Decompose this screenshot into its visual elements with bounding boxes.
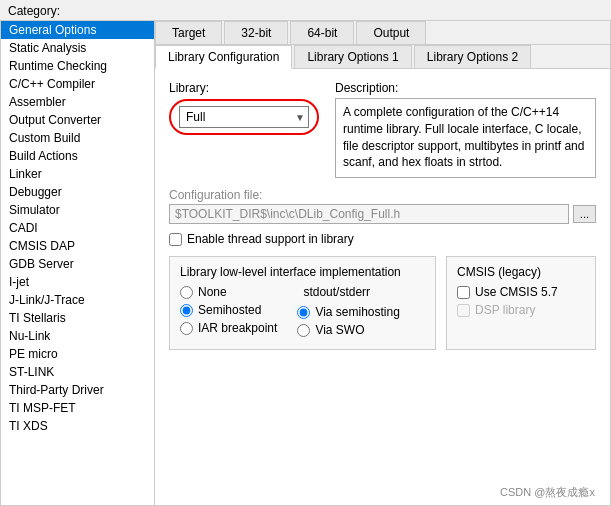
library-select[interactable]: Full None Normal Custom xyxy=(179,106,309,128)
tab-row-1: Target32-bit64-bitOutput xyxy=(155,21,610,45)
thread-support-checkbox[interactable] xyxy=(169,233,182,246)
sidebar-item-nu-link[interactable]: Nu-Link xyxy=(1,327,154,345)
radio-iar-row: IAR breakpoint xyxy=(180,321,277,335)
sidebar: General OptionsStatic AnalysisRuntime Ch… xyxy=(0,20,155,506)
impl-cmsis-row: Library low-level interface implementati… xyxy=(169,256,596,350)
library-label: Library: xyxy=(169,81,319,95)
radio-via-swo-row: Via SWO xyxy=(297,323,400,337)
description-box: A complete configuration of the C/C++14 … xyxy=(335,98,596,178)
watermark: CSDN @熬夜成瘾x xyxy=(492,483,603,502)
radio-iar[interactable] xyxy=(180,322,193,335)
sidebar-item-linker[interactable]: Linker xyxy=(1,165,154,183)
radio-via-semihosting-row: Via semihosting xyxy=(297,305,400,319)
radio-semihosted[interactable] xyxy=(180,304,193,317)
sidebar-item-simulator[interactable]: Simulator xyxy=(1,201,154,219)
tab-output[interactable]: Output xyxy=(356,21,426,44)
dsp-library-checkbox[interactable] xyxy=(457,304,470,317)
impl-right: stdout/stderr Via semihosting Via SWO xyxy=(297,285,400,341)
sidebar-item-output-converter[interactable]: Output Converter xyxy=(1,111,154,129)
radio-none-row: None xyxy=(180,285,277,299)
radio-via-swo-label: Via SWO xyxy=(315,323,364,337)
library-description-row: Library: Full None Normal Custom ▼ xyxy=(169,81,596,178)
radio-none[interactable] xyxy=(180,286,193,299)
library-col: Library: Full None Normal Custom ▼ xyxy=(169,81,319,178)
tab2-library-configuration[interactable]: Library Configuration xyxy=(155,45,292,69)
sidebar-item-cadi[interactable]: CADI xyxy=(1,219,154,237)
cmsis-title: CMSIS (legacy) xyxy=(457,265,585,279)
sidebar-item-c/c++-compiler[interactable]: C/C++ Compiler xyxy=(1,75,154,93)
sidebar-item-pe-micro[interactable]: PE micro xyxy=(1,345,154,363)
main-container: Category: General OptionsStatic Analysis… xyxy=(0,0,611,506)
stdout-label: stdout/stderr xyxy=(303,285,400,299)
use-cmsis-row: Use CMSIS 5.7 xyxy=(457,285,585,299)
dsp-library-label: DSP library xyxy=(475,303,535,317)
sidebar-item-ti-xds[interactable]: TI XDS xyxy=(1,417,154,435)
thread-support-label: Enable thread support in library xyxy=(187,232,354,246)
config-file-row: ... xyxy=(169,204,596,224)
impl-section: Library low-level interface implementati… xyxy=(169,256,436,350)
sidebar-item-ti-stellaris[interactable]: TI Stellaris xyxy=(1,309,154,327)
radio-via-swo[interactable] xyxy=(297,324,310,337)
config-file-section: Configuration file: ... xyxy=(169,188,596,224)
tab-32-bit[interactable]: 32-bit xyxy=(224,21,288,44)
browse-button[interactable]: ... xyxy=(573,205,596,223)
tab-row-2: Library ConfigurationLibrary Options 1Li… xyxy=(155,45,610,69)
radio-via-semihosting[interactable] xyxy=(297,306,310,319)
description-label: Description: xyxy=(335,81,596,95)
sidebar-item-static-analysis[interactable]: Static Analysis xyxy=(1,39,154,57)
content-area: General OptionsStatic AnalysisRuntime Ch… xyxy=(0,20,611,506)
tab2-library-options-1[interactable]: Library Options 1 xyxy=(294,45,411,68)
impl-columns: None Semihosted IAR breakpoint xyxy=(180,285,425,341)
tab-64-bit[interactable]: 64-bit xyxy=(290,21,354,44)
dsp-library-row: DSP library xyxy=(457,303,585,317)
category-label: Category: xyxy=(0,0,611,20)
radio-iar-label: IAR breakpoint xyxy=(198,321,277,335)
library-oval: Full None Normal Custom ▼ xyxy=(169,99,319,135)
radio-none-label: None xyxy=(198,285,227,299)
description-col: Description: A complete configuration of… xyxy=(335,81,596,178)
tab2-library-options-2[interactable]: Library Options 2 xyxy=(414,45,531,68)
sidebar-item-custom-build[interactable]: Custom Build xyxy=(1,129,154,147)
main-panel: Target32-bit64-bitOutput Library Configu… xyxy=(155,20,611,506)
config-file-label: Configuration file: xyxy=(169,188,596,202)
tab-target[interactable]: Target xyxy=(155,21,222,44)
impl-title: Library low-level interface implementati… xyxy=(180,265,425,279)
panel-content: Library: Full None Normal Custom ▼ xyxy=(155,69,610,505)
library-select-wrapper: Full None Normal Custom ▼ xyxy=(179,106,309,128)
sidebar-item-debugger[interactable]: Debugger xyxy=(1,183,154,201)
sidebar-item-i-jet[interactable]: I-jet xyxy=(1,273,154,291)
impl-left: None Semihosted IAR breakpoint xyxy=(180,285,277,341)
sidebar-item-cmsis-dap[interactable]: CMSIS DAP xyxy=(1,237,154,255)
thread-support-row: Enable thread support in library xyxy=(169,232,596,246)
config-file-input[interactable] xyxy=(169,204,569,224)
sidebar-item-assembler[interactable]: Assembler xyxy=(1,93,154,111)
sidebar-item-st-link[interactable]: ST-LINK xyxy=(1,363,154,381)
radio-semihosted-row: Semihosted xyxy=(180,303,277,317)
use-cmsis-checkbox[interactable] xyxy=(457,286,470,299)
sidebar-item-ti-msp-fet[interactable]: TI MSP-FET xyxy=(1,399,154,417)
radio-semihosted-label: Semihosted xyxy=(198,303,261,317)
use-cmsis-label: Use CMSIS 5.7 xyxy=(475,285,558,299)
sidebar-item-j-link/j-trace[interactable]: J-Link/J-Trace xyxy=(1,291,154,309)
sidebar-item-general-options[interactable]: General Options xyxy=(1,21,154,39)
sidebar-item-runtime-checking[interactable]: Runtime Checking xyxy=(1,57,154,75)
sidebar-item-build-actions[interactable]: Build Actions xyxy=(1,147,154,165)
sidebar-item-third-party-driver[interactable]: Third-Party Driver xyxy=(1,381,154,399)
radio-via-semihosting-label: Via semihosting xyxy=(315,305,400,319)
sidebar-item-gdb-server[interactable]: GDB Server xyxy=(1,255,154,273)
cmsis-section: CMSIS (legacy) Use CMSIS 5.7 DSP library xyxy=(446,256,596,350)
